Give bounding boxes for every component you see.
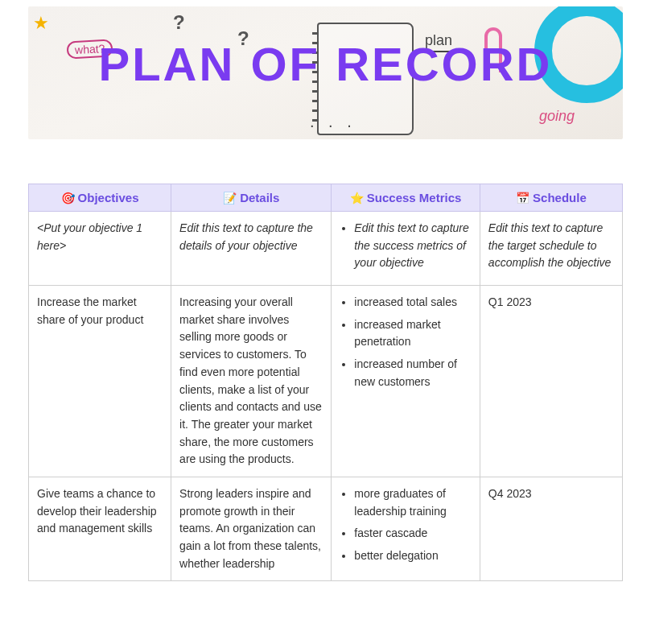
metric-item: faster cascade	[354, 525, 472, 543]
cell-metrics[interactable]: Edit this text to capture the success me…	[332, 212, 480, 286]
header-details-label: Details	[240, 191, 279, 204]
star-icon: ⭐	[350, 192, 364, 204]
cell-objective[interactable]: <Put your objective 1 here>	[29, 212, 171, 286]
scribble-going: going	[539, 108, 575, 125]
table-row: <Put your objective 1 here>Edit this tex…	[29, 212, 623, 286]
banner-image: ★ ? ? what? plan going . . . PLAN OF REC…	[28, 6, 623, 139]
header-objectives-label: Objectives	[78, 191, 139, 204]
header-metrics: ⭐Success Metrics	[332, 184, 480, 212]
cell-metrics[interactable]: increased total salesincreased market pe…	[332, 286, 480, 477]
header-objectives: 🎯Objectives	[29, 184, 171, 212]
cell-metrics[interactable]: more graduates of leadership trainingfas…	[332, 477, 480, 580]
question-mark-icon: ?	[173, 11, 185, 34]
cell-details[interactable]: Edit this text to capture the details of…	[171, 212, 332, 286]
metric-item: better delegation	[354, 547, 472, 565]
cell-schedule[interactable]: Q1 2023	[480, 286, 622, 477]
header-schedule: 📅Schedule	[480, 184, 622, 212]
table-row: Give teams a chance to develop their lea…	[29, 477, 623, 580]
target-icon: 🎯	[61, 192, 75, 204]
metric-item: Edit this text to capture the success me…	[354, 220, 472, 272]
cell-schedule[interactable]: Edit this text to capture the target sch…	[480, 212, 622, 286]
metric-item: increased total sales	[354, 294, 472, 312]
metric-item: more graduates of leadership training	[354, 485, 472, 520]
cell-objective[interactable]: Increase the market share of your produc…	[29, 286, 171, 477]
cell-details[interactable]: Increasing your overall market share inv…	[171, 286, 332, 477]
header-details: 📝Details	[171, 184, 332, 212]
scribble-dots: . . .	[310, 113, 356, 131]
page-title: PLAN OF RECORD	[28, 37, 623, 91]
cell-objective[interactable]: Give teams a chance to develop their lea…	[29, 477, 171, 580]
calendar-icon: 📅	[516, 192, 529, 204]
cell-details[interactable]: Strong leaders inspire and promote growt…	[171, 477, 332, 580]
star-icon: ★	[33, 13, 49, 34]
header-metrics-label: Success Metrics	[367, 191, 462, 204]
table-body: <Put your objective 1 here>Edit this tex…	[29, 212, 623, 581]
metric-item: increased market penetration	[354, 316, 472, 351]
table-header-row: 🎯Objectives 📝Details ⭐Success Metrics 📅S…	[29, 184, 623, 212]
plan-table: 🎯Objectives 📝Details ⭐Success Metrics 📅S…	[28, 184, 623, 581]
memo-icon: 📝	[223, 192, 237, 204]
metric-item: increased number of new customers	[354, 356, 472, 390]
header-schedule-label: Schedule	[533, 191, 587, 204]
table-row: Increase the market share of your produc…	[29, 286, 623, 477]
cell-schedule[interactable]: Q4 2023	[480, 477, 622, 580]
